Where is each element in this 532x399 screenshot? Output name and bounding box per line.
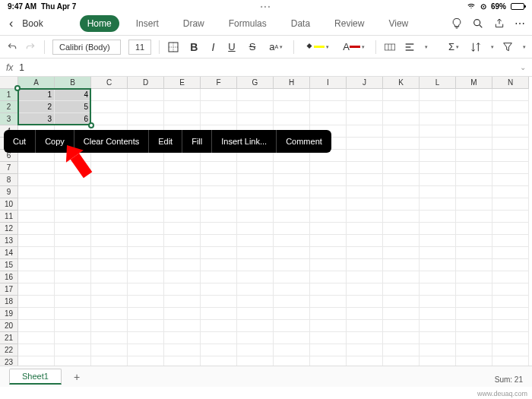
cell-J16[interactable] — [347, 271, 383, 283]
cell-M10[interactable] — [456, 198, 492, 211]
cell-M20[interactable] — [456, 320, 492, 332]
cell-J6[interactable] — [347, 150, 383, 162]
cell-G10[interactable] — [237, 198, 274, 211]
cell-H8[interactable] — [274, 174, 310, 186]
font-selector[interactable]: Calibri (Body) — [52, 40, 121, 55]
cell-J3[interactable] — [347, 113, 383, 125]
cell-G1[interactable] — [237, 89, 274, 101]
cell-I20[interactable] — [310, 320, 347, 332]
underline-button[interactable]: U — [225, 40, 238, 54]
search-icon[interactable] — [472, 17, 484, 30]
cell-L9[interactable] — [420, 186, 456, 198]
selection-handle-tl[interactable] — [14, 85, 21, 91]
lightbulb-icon[interactable] — [451, 17, 463, 30]
cell-F18[interactable] — [201, 296, 237, 308]
cell-K9[interactable] — [383, 186, 420, 198]
row-header-12[interactable]: 12 — [0, 223, 18, 235]
cell-G22[interactable] — [237, 344, 274, 356]
cell-J4[interactable] — [347, 125, 383, 138]
cell-M18[interactable] — [456, 296, 492, 308]
cell-L20[interactable] — [420, 320, 456, 332]
cell-E11[interactable] — [164, 211, 201, 223]
cell-J17[interactable] — [347, 283, 383, 296]
cell-E3[interactable] — [164, 113, 201, 125]
cell-E22[interactable] — [164, 344, 201, 356]
cell-B21[interactable] — [55, 332, 91, 344]
cell-H15[interactable] — [274, 259, 310, 271]
col-header-E[interactable]: E — [164, 77, 201, 89]
cell-A1[interactable]: 1 — [18, 89, 55, 101]
context-comment[interactable]: Comment — [277, 130, 331, 153]
cell-I10[interactable] — [310, 198, 347, 211]
cell-H11[interactable] — [274, 211, 310, 223]
cell-A18[interactable] — [18, 296, 55, 308]
cell-G12[interactable] — [237, 223, 274, 235]
cell-L17[interactable] — [420, 283, 456, 296]
cell-H18[interactable] — [274, 296, 310, 308]
cell-E15[interactable] — [164, 259, 201, 271]
cell-E1[interactable] — [164, 89, 201, 101]
cell-G13[interactable] — [237, 235, 274, 247]
cell-N7[interactable] — [492, 162, 529, 174]
cell-L2[interactable] — [420, 101, 456, 113]
cell-M2[interactable] — [456, 101, 492, 113]
cell-N18[interactable] — [492, 296, 529, 308]
font-effects-button[interactable]: aA▾ — [266, 40, 286, 54]
cell-C18[interactable] — [91, 296, 128, 308]
selection-handle-br[interactable] — [88, 122, 94, 128]
cell-M6[interactable] — [456, 150, 492, 162]
cell-A15[interactable] — [18, 259, 55, 271]
cell-I9[interactable] — [310, 186, 347, 198]
col-header-C[interactable]: C — [91, 77, 128, 89]
redo-icon[interactable] — [24, 42, 36, 52]
cell-A20[interactable] — [18, 320, 55, 332]
cell-M9[interactable] — [456, 186, 492, 198]
cell-D10[interactable] — [128, 198, 164, 211]
cell-L11[interactable] — [420, 211, 456, 223]
cell-J14[interactable] — [347, 247, 383, 259]
cell-F7[interactable] — [201, 162, 237, 174]
cell-B16[interactable] — [55, 271, 91, 283]
row-header-7[interactable]: 7 — [0, 162, 18, 174]
cell-M4[interactable] — [456, 125, 492, 138]
cell-E2[interactable] — [164, 101, 201, 113]
cell-N9[interactable] — [492, 186, 529, 198]
cell-N2[interactable] — [492, 101, 529, 113]
col-header-F[interactable]: F — [201, 77, 237, 89]
cell-K6[interactable] — [383, 150, 420, 162]
cell-A7[interactable] — [18, 162, 55, 174]
cell-J9[interactable] — [347, 186, 383, 198]
row-header-9[interactable]: 9 — [0, 186, 18, 198]
cell-I16[interactable] — [310, 271, 347, 283]
cell-N16[interactable] — [492, 271, 529, 283]
cell-K10[interactable] — [383, 198, 420, 211]
cell-E19[interactable] — [164, 308, 201, 320]
cell-I22[interactable] — [310, 344, 347, 356]
cell-H9[interactable] — [274, 186, 310, 198]
cell-K5[interactable] — [383, 138, 420, 150]
cell-D17[interactable] — [128, 283, 164, 296]
sort-icon[interactable] — [470, 41, 482, 53]
cell-F14[interactable] — [201, 247, 237, 259]
cell-K3[interactable] — [383, 113, 420, 125]
cell-G11[interactable] — [237, 211, 274, 223]
col-header-D[interactable]: D — [128, 77, 164, 89]
cell-M3[interactable] — [456, 113, 492, 125]
col-header-G[interactable]: G — [237, 77, 274, 89]
cell-N1[interactable] — [492, 89, 529, 101]
italic-button[interactable]: I — [208, 40, 217, 55]
cell-L4[interactable] — [420, 125, 456, 138]
tab-home[interactable]: Home — [80, 15, 119, 32]
cell-G9[interactable] — [237, 186, 274, 198]
cell-E9[interactable] — [164, 186, 201, 198]
cell-M14[interactable] — [456, 247, 492, 259]
cell-A17[interactable] — [18, 283, 55, 296]
filter-icon[interactable] — [502, 41, 514, 53]
cell-G19[interactable] — [237, 308, 274, 320]
col-header-J[interactable]: J — [347, 77, 383, 89]
formula-bar[interactable]: fx 1 ⌄ — [0, 59, 532, 77]
cell-A19[interactable] — [18, 308, 55, 320]
cell-H1[interactable] — [274, 89, 310, 101]
cell-N4[interactable] — [492, 125, 529, 138]
cell-B3[interactable]: 6 — [55, 113, 91, 125]
